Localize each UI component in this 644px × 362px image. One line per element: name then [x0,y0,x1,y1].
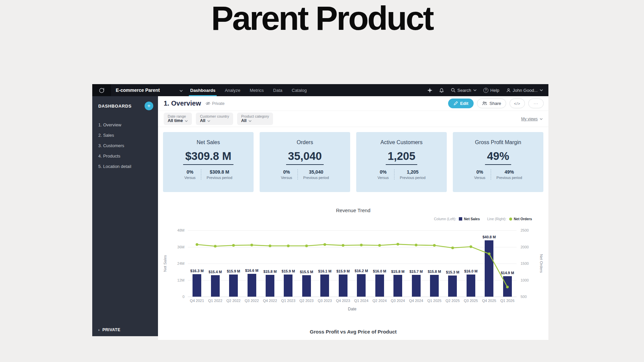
filter-date-range[interactable]: Date range All time [164,113,192,125]
line-point[interactable] [232,244,235,247]
chart-legend: Column (Left): Net Sales Line (Right): N… [434,217,537,221]
legend-line-prefix: Line (Right): [487,217,506,221]
line-point[interactable] [323,243,326,246]
x-axis-tick: Q4 2024 [407,299,425,303]
x-axis-tick: Q3 2025 [462,299,480,303]
tab-dashboards[interactable]: Dashboards [190,84,215,96]
user-icon [506,88,511,93]
dashboard-content: Net Sales $309.8 M 0%Versus $309.8 MPrev… [158,127,548,340]
user-menu[interactable]: John Good... [506,88,543,93]
filter-value: All [200,118,205,123]
sidebar-item-overview[interactable]: 1. Overview [98,120,153,130]
app-logo[interactable] [92,84,111,96]
share-label: Share [489,101,501,106]
chevron-down-icon [540,118,543,120]
line-point[interactable] [451,246,454,249]
filter-bar: Date range All time Customer country All… [158,111,548,127]
add-dashboard-button[interactable]: + [145,102,153,110]
line-point[interactable] [396,243,399,246]
line-point[interactable] [415,244,418,246]
filter-product-category[interactable]: Product category All [237,113,273,125]
line-point[interactable] [360,244,363,246]
logo-icon [98,87,105,94]
kpi-previous-label: Previous period [400,176,425,180]
kpi-active-customers[interactable]: Active Customers 1,205 0%Versus 1,205Pre… [356,132,447,192]
line-point[interactable] [214,245,217,248]
more-options-button[interactable]: ··· [528,99,544,108]
search-icon [451,88,455,93]
x-axis-tick: Q3 2022 [243,299,261,303]
embed-code-button[interactable]: </> [509,99,525,108]
line-point[interactable] [470,245,472,248]
x-axis-tick: Q1 2022 [206,299,224,303]
sidebar-item-sales[interactable]: 2. Sales [98,130,153,140]
main-panel: 1. Overview Private Edit Share [158,96,548,340]
chevron-down-icon [249,118,252,123]
dashboard-title: 1. Overview [164,100,201,107]
kpi-previous-label: Previous period [207,176,232,180]
ai-sparkle-icon[interactable] [427,88,432,93]
filter-value: All [241,118,247,123]
private-section-toggle[interactable]: › PRIVATE [98,327,120,332]
kpi-delta: 0% [377,169,389,175]
page-title: Parent Product [0,0,644,39]
x-axis-tick: Q1 2024 [352,299,370,303]
kpi-gross-profit-margin[interactable]: Gross Profit Margin 49% 0%Versus 49%Prev… [453,132,543,192]
line-point[interactable] [269,245,271,247]
left-axis-tick: 48M [170,228,184,232]
legend-net-orders[interactable]: Net Orders [509,217,532,221]
my-views-dropdown[interactable]: My views [521,117,543,121]
help-control[interactable]: ? Help [483,88,499,93]
kpi-previous: $309.8 M [207,169,232,175]
kpi-orders[interactable]: Orders 35,040 0%Versus 35,040Previous pe… [260,132,350,192]
line-point[interactable] [196,243,198,246]
x-axis-tick: Q1 2023 [279,299,297,303]
line-point[interactable] [287,245,289,247]
sidebar-item-products[interactable]: 4. Products [98,151,153,161]
x-axis-tick: Q2 2022 [224,299,243,303]
workspace-switcher[interactable]: E-commerce Parent [111,84,187,96]
kpi-title: Net Sales [197,139,220,145]
line-point[interactable] [305,245,308,247]
search-control[interactable]: Search [451,88,477,93]
edit-button[interactable]: Edit [448,99,474,108]
line-swatch-icon [509,218,512,221]
tab-catalog[interactable]: Catalog [292,84,307,96]
line-point[interactable] [433,244,436,247]
my-views-label: My views [521,117,538,121]
tab-metrics[interactable]: Metrics [250,84,264,96]
notifications-bell-icon[interactable] [439,87,444,93]
share-button[interactable]: Share [477,99,506,108]
line-point[interactable] [251,244,253,246]
x-axis-tick: Q1 2025 [425,299,443,303]
line-point[interactable] [488,252,490,255]
line-point[interactable] [506,286,509,288]
x-axis-tick: Q4 2022 [261,299,279,303]
kpi-net-sales[interactable]: Net Sales $309.8 M 0%Versus $309.8 MPrev… [163,132,254,192]
tab-data[interactable]: Data [273,84,282,96]
tab-analyze[interactable]: Analyze [225,84,240,96]
left-axis-tick: 0 [170,295,184,299]
workspace-name: E-commerce Parent [116,87,160,93]
sidebar-item-customers[interactable]: 3. Customers [98,140,153,151]
kpi-value: 35,040 [286,150,324,165]
search-label: Search [458,88,471,93]
plot-area: Net Sales Net Orders Date 48M250036M2000… [188,230,517,297]
filter-customer-country[interactable]: Customer country All [196,113,233,125]
people-icon [482,101,487,106]
navbar-right: Search ? Help John Good... [427,84,548,96]
kpi-delta: 0% [281,169,292,175]
chevron-down-icon [185,118,188,123]
kpi-previous: 1,205 [400,169,425,175]
eye-off-icon [206,102,210,105]
main-nav: Dashboards Analyze Metrics Data Catalog [190,84,307,96]
kpi-row: Net Sales $309.8 M 0%Versus $309.8 MPrev… [163,132,543,192]
analytics-app-window: E-commerce Parent Dashboards Analyze Met… [92,84,548,340]
left-axis-tick: 12M [170,278,184,282]
legend-net-sales[interactable]: Net Sales [459,217,480,221]
line-point[interactable] [378,244,381,247]
x-axis-tick: Q2 2024 [370,299,388,303]
sidebar-item-location-detail[interactable]: 5. Location detail [98,161,153,172]
chart-title: Revenue Trend [158,207,548,213]
line-point[interactable] [342,244,344,247]
